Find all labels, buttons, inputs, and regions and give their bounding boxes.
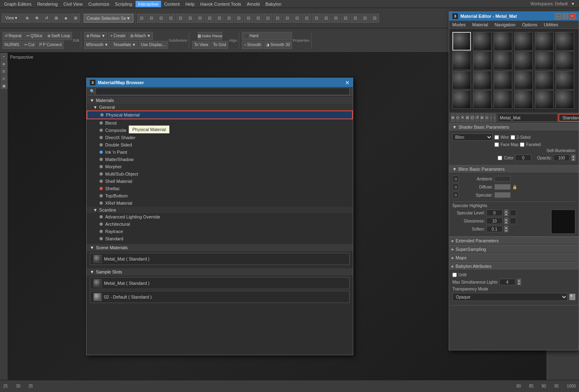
- glossiness-down[interactable]: ▼: [504, 221, 508, 224]
- menu-help[interactable]: Help: [183, 1, 197, 7]
- smooth-btn[interactable]: ○ Smooth: [242, 41, 263, 49]
- select-icon[interactable]: ⊕: [23, 14, 32, 23]
- use-displace-btn[interactable]: Use Displac...: [139, 41, 168, 49]
- mat-menu-modes[interactable]: Modes: [449, 21, 469, 28]
- unlit-checkbox[interactable]: [452, 273, 457, 277]
- sphere-cell-24[interactable]: [556, 90, 574, 109]
- menu-babylon[interactable]: Babylon: [263, 1, 284, 7]
- shader-type-select[interactable]: Blinn: [452, 133, 493, 141]
- align-icon[interactable]: ⊞: [71, 14, 80, 23]
- sphere-cell-3[interactable]: [494, 32, 512, 51]
- renderframe-icon[interactable]: ⊡: [331, 14, 340, 23]
- glossiness-spinner[interactable]: ▲ ▼: [504, 218, 508, 224]
- opacity-up[interactable]: ▲: [571, 155, 575, 158]
- max-lights-value[interactable]: [499, 279, 515, 285]
- menu-havok[interactable]: Havok Content Tools: [198, 1, 244, 7]
- soften-up[interactable]: ▲: [504, 226, 508, 229]
- menu-scripting[interactable]: Scripting: [112, 1, 135, 7]
- physical-material-item[interactable]: Physical Material: [87, 110, 353, 119]
- diffuse-map-btn[interactable]: ⊡: [452, 184, 459, 190]
- spec-level-spinner[interactable]: ▲ ▼: [504, 210, 508, 216]
- render-icon[interactable]: ⊡: [312, 14, 321, 23]
- mat-unique[interactable]: ⊡: [470, 113, 474, 122]
- sphere-cell-19[interactable]: [452, 90, 471, 109]
- menu-customize[interactable]: Customize: [86, 1, 112, 7]
- snap12-icon[interactable]: ⊡: [244, 14, 253, 23]
- workspace-dropdown[interactable]: ▼: [568, 1, 577, 7]
- sphere-cell-12[interactable]: [556, 51, 574, 70]
- advanced-lighting-item[interactable]: Advanced Lighting Override: [87, 213, 353, 220]
- smooth30-btn[interactable]: ◑ Smooth 30: [264, 41, 292, 49]
- matte-shadow-item[interactable]: Matte/Shadow: [87, 156, 353, 163]
- architectural-item[interactable]: Architectural: [87, 220, 353, 228]
- renderprev-icon[interactable]: ⊡: [322, 14, 331, 23]
- mat-reset[interactable]: ↺: [475, 113, 479, 122]
- sample-slots-header[interactable]: ▼ Sample Slots: [87, 268, 353, 275]
- opacity-down[interactable]: ▼: [571, 158, 575, 161]
- msmooth-btn[interactable]: MSmooth ▼: [84, 41, 110, 49]
- sphere-cell-23[interactable]: [535, 90, 554, 109]
- snap6-icon[interactable]: ⊡: [186, 14, 195, 23]
- envfx-icon[interactable]: ⊡: [361, 14, 369, 23]
- snap13-icon[interactable]: ⊡: [254, 14, 263, 23]
- glossiness-up[interactable]: ▲: [504, 218, 508, 221]
- material-search-input[interactable]: [95, 88, 350, 95]
- xref-material-item[interactable]: XRef Material: [87, 199, 353, 207]
- spec-level-value[interactable]: [486, 210, 503, 216]
- two-sided-checkbox[interactable]: [511, 135, 515, 140]
- lock-icon[interactable]: 🔒: [512, 185, 517, 189]
- shellac-item[interactable]: Shellac: [87, 185, 353, 192]
- hard-btn[interactable]: ⬛ Hard: [242, 32, 292, 40]
- snap15-icon[interactable]: ⊡: [273, 14, 282, 23]
- maps-header[interactable]: ▶ Maps: [449, 254, 579, 262]
- spec-level-down[interactable]: ▼: [504, 213, 508, 216]
- left-btn-4[interactable]: ⊙: [1, 75, 7, 82]
- to-view-btn[interactable]: To View: [192, 41, 210, 49]
- sample-slot-1[interactable]: Metal_Mat ( Standard ): [90, 277, 350, 289]
- soften-spinner[interactable]: ▲ ▼: [504, 226, 508, 232]
- left-btn-1[interactable]: +: [1, 53, 7, 60]
- relax-btn[interactable]: ⊕ Relax ▼: [84, 32, 107, 40]
- extended-params-header[interactable]: ▶ Extended Parameters: [449, 237, 579, 245]
- sphere-cell-9[interactable]: [494, 51, 512, 70]
- mat-nav-parent[interactable]: ↑: [490, 113, 492, 122]
- mat-copy[interactable]: ⊞: [465, 113, 469, 122]
- sample-slot-2[interactable]: 02 - Default ( Standard ): [90, 291, 350, 303]
- babylon-attrs-header[interactable]: ▶ Babylon Attributes: [449, 262, 579, 270]
- ink-paint-item[interactable]: Ink 'n Paint: [87, 148, 353, 156]
- multi-sub-item[interactable]: Multi/Sub-Object: [87, 170, 353, 178]
- mat-menu-options[interactable]: Options: [519, 21, 541, 28]
- mat-delete[interactable]: ✕: [460, 113, 464, 122]
- metal-mat-scene-item[interactable]: Metal_Mat ( Standard ): [90, 253, 350, 265]
- snap4-icon[interactable]: ⊡: [166, 14, 175, 23]
- mat-editor-maximize[interactable]: □: [562, 13, 568, 19]
- mat-menu-navigation[interactable]: Navigation: [491, 21, 519, 28]
- diffuse-swatch[interactable]: [494, 184, 511, 190]
- menu-arnold[interactable]: Arnold: [244, 1, 262, 7]
- opacity-spinner[interactable]: ▲ ▼: [571, 155, 575, 161]
- soften-down[interactable]: ▼: [504, 229, 508, 232]
- repeat-btn[interactable]: ↺ Repeat: [2, 32, 23, 40]
- blend-item[interactable]: Blend: [87, 119, 353, 127]
- cut-btn[interactable]: ✂ Cut: [22, 41, 37, 49]
- max-lights-spinner[interactable]: ▲ ▼: [517, 279, 521, 285]
- standard-item[interactable]: Standard: [87, 235, 353, 242]
- spec-level-up[interactable]: ▲: [504, 210, 508, 213]
- transparency-dropdown-arrow[interactable]: ▼: [569, 294, 575, 300]
- wire-checkbox[interactable]: [494, 135, 499, 140]
- max-lights-down[interactable]: ▼: [517, 282, 521, 285]
- menu-interactive[interactable]: Interactive: [136, 1, 161, 7]
- si-color-checkbox[interactable]: [498, 156, 502, 160]
- scene-materials-header[interactable]: ▼ Scene Materials: [87, 244, 353, 251]
- menu-content[interactable]: Content: [162, 1, 182, 7]
- sphere-cell-17[interactable]: [535, 71, 554, 89]
- to-grid-btn[interactable]: To Grid: [211, 41, 228, 49]
- dialog-close-button[interactable]: ✕: [345, 80, 350, 85]
- top-bottom-item[interactable]: Top/Bottom: [87, 192, 353, 199]
- snap7-icon[interactable]: ⊡: [195, 14, 204, 23]
- transparency-mode-select[interactable]: Opaque Alpha Test Alpha Blend Alpha Blen…: [452, 293, 568, 301]
- ambient-swatch[interactable]: [494, 176, 511, 182]
- faceted-checkbox[interactable]: [520, 142, 524, 147]
- tessellate-btn[interactable]: Tessellate ▼: [111, 41, 138, 49]
- sphere-cell-18[interactable]: [556, 71, 574, 89]
